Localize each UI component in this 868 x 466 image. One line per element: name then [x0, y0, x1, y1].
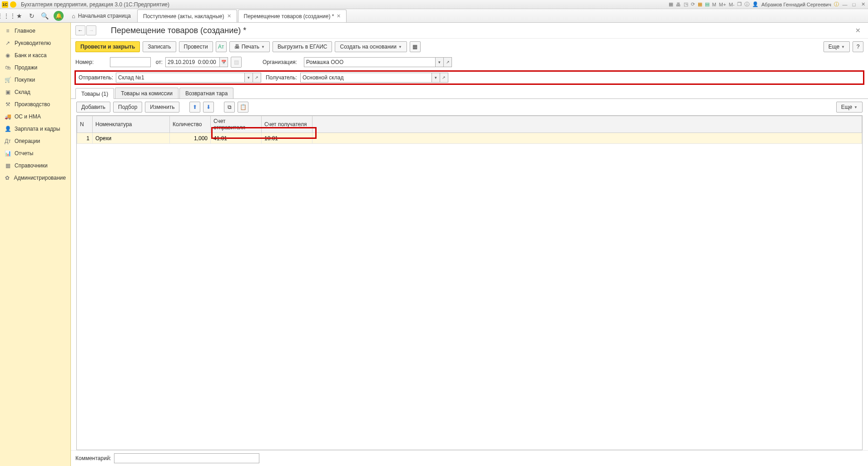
sidebar-item-operations[interactable]: ДтОперации	[0, 135, 70, 147]
goods-table: N Номенклатура Количество Счет отправите…	[77, 116, 862, 144]
close-button[interactable]: ✕	[860, 1, 866, 7]
maximize-button[interactable]: □	[851, 2, 857, 7]
apps-icon[interactable]: ⋮⋮⋮	[0, 10, 13, 22]
calc-icon[interactable]: ▤	[705, 1, 709, 7]
tool-icon[interactable]: ⟳	[691, 1, 695, 7]
minimize-button[interactable]: —	[842, 2, 848, 7]
number-input[interactable]	[110, 57, 151, 67]
star-icon[interactable]: ★	[13, 10, 25, 22]
sidebar-item-admin[interactable]: ✿Администрирование	[0, 172, 70, 184]
mem-mplus[interactable]: M+	[719, 2, 726, 7]
open-icon[interactable]: ↗	[444, 57, 452, 67]
mem-m[interactable]: M	[712, 2, 716, 7]
sidebar-item-bank[interactable]: ◉Банк и касса	[0, 49, 70, 61]
back-button[interactable]: ←	[75, 25, 85, 35]
create-based-button[interactable]: Создать на основании▼	[335, 41, 407, 52]
add-button[interactable]: Добавить	[76, 102, 110, 113]
tab-transfer[interactable]: Перемещение товаров (создание) * ✕	[238, 10, 347, 22]
receiver-input[interactable]	[300, 73, 432, 83]
mem-mminus[interactable]: M-	[729, 2, 734, 7]
open-icon[interactable]: ↗	[253, 73, 261, 83]
sidebar-item-warehouse[interactable]: ▣Склад	[0, 86, 70, 98]
tab-home[interactable]: ⌂ Начальная страница	[66, 10, 136, 22]
cell-acc-recv[interactable]: 10.01	[262, 133, 312, 144]
help-button[interactable]: ?	[853, 41, 863, 52]
post-and-close-button[interactable]: Провести и закрыть	[75, 41, 140, 52]
info-icon[interactable]: ⓘ	[744, 1, 749, 8]
col-n[interactable]: N	[77, 116, 93, 133]
change-button[interactable]: Изменить	[145, 102, 179, 113]
close-icon[interactable]: ✕	[337, 13, 341, 19]
paste-button[interactable]: 📋	[238, 102, 248, 113]
truck-icon: 🚚	[5, 113, 11, 120]
post-button[interactable]: Провести	[179, 41, 213, 52]
cell-acc-send[interactable]: 41.01	[211, 133, 262, 144]
forward-button[interactable]: →	[86, 25, 96, 35]
col-empty	[312, 116, 862, 133]
doctab-tara[interactable]: Возвратная тара	[179, 88, 234, 98]
move-down-button[interactable]: ⬇	[203, 102, 214, 113]
sidebar-item-production[interactable]: ⚒Производство	[0, 98, 70, 110]
sidebar-item-manager[interactable]: ↗Руководителю	[0, 37, 70, 49]
sidebar-item-assets[interactable]: 🚚ОС и НМА	[0, 110, 70, 123]
calendar-icon[interactable]: ▦	[698, 1, 702, 7]
sidebar-item-salary[interactable]: 👤Зарплата и кадры	[0, 123, 70, 135]
sidebar-item-sales[interactable]: 🛍Продажи	[0, 61, 70, 74]
dropdown-icon[interactable]: ▾	[436, 57, 444, 67]
move-up-button[interactable]: ⬆	[189, 102, 200, 113]
pick-button[interactable]: Подбор	[113, 102, 142, 113]
search-icon[interactable]: 🔍	[38, 10, 51, 22]
cell-n[interactable]: 1	[77, 133, 93, 144]
col-qty[interactable]: Количество	[170, 116, 211, 133]
calendar-icon[interactable]: 📅	[220, 57, 228, 67]
menu-icon: ≡	[5, 28, 11, 34]
org-input[interactable]	[304, 57, 436, 67]
doctab-commission[interactable]: Товары на комиссии	[115, 88, 179, 98]
bell-icon[interactable]: 🔔	[54, 11, 64, 21]
toolbar-icon[interactable]: ▦	[669, 1, 673, 7]
more-button[interactable]: Еще▼	[823, 41, 850, 52]
dtkt-button[interactable]: Ат	[216, 41, 227, 52]
window-icon[interactable]: ❐	[737, 1, 742, 7]
doctab-goods[interactable]: Товары (1)	[75, 88, 114, 99]
sender-receiver-row: Отправитель: ▾ ↗ Получатель: ▾ ↗	[74, 70, 864, 85]
window-title: Бухгалтерия предприятия, редакция 3.0 (1…	[21, 1, 169, 8]
print-button[interactable]: 🖶Печать▼	[229, 41, 270, 52]
comment-input[interactable]	[114, 453, 259, 463]
print-icon[interactable]: 🖶	[676, 2, 681, 7]
close-icon[interactable]: ✕	[227, 13, 231, 19]
disabled-icon: ▤	[231, 57, 242, 68]
sidebar-item-label: Справочники	[15, 162, 48, 169]
history-icon[interactable]: ↻	[25, 10, 38, 22]
dropdown-icon[interactable]: ▾	[432, 73, 440, 83]
col-nomen[interactable]: Номенклатура	[93, 116, 170, 133]
close-page-button[interactable]: ✕	[853, 27, 863, 34]
struct-button[interactable]: ▦	[410, 41, 421, 52]
egais-button[interactable]: Выгрузить в ЕГАИС	[273, 41, 332, 52]
bag-icon: 🛍	[5, 64, 11, 71]
table-row[interactable]: 1 Орехи 1,000 41.01 10.01	[77, 133, 862, 144]
col-acc-send[interactable]: Счет отправителя	[211, 116, 262, 133]
sidebar-item-reports[interactable]: 📊Отчеты	[0, 147, 70, 159]
info2-icon[interactable]: ⓘ	[834, 1, 839, 8]
sidebar-item-purchases[interactable]: 🛒Покупки	[0, 74, 70, 86]
date-input[interactable]	[165, 57, 220, 67]
form-row-1: Номер: от: 📅 ▤ Организация: ▾ ↗	[71, 55, 868, 69]
sender-input[interactable]	[116, 73, 245, 83]
cell-nomen[interactable]: Орехи	[93, 133, 170, 144]
copy-button[interactable]: ⧉	[224, 102, 235, 113]
col-acc-recv[interactable]: Счет получателя	[262, 116, 312, 133]
sender-label: Отправитель:	[79, 74, 113, 81]
sidebar-item-catalogs[interactable]: ▦Справочники	[0, 159, 70, 172]
table-more-button[interactable]: Еще▼	[836, 102, 863, 113]
sidebar-item-main[interactable]: ≡Главное	[0, 25, 70, 37]
dropdown-icon[interactable]: ▾	[245, 73, 253, 83]
open-icon[interactable]: ↗	[440, 73, 448, 83]
bank-icon: ◉	[5, 52, 11, 59]
tab-receipts[interactable]: Поступление (акты, накладные) ✕	[137, 10, 237, 22]
user-name[interactable]: Абрамов Геннадий Сергеевич	[761, 2, 831, 7]
cell-qty[interactable]: 1,000	[170, 133, 211, 144]
write-button[interactable]: Записать	[143, 41, 176, 52]
tool-icon[interactable]: ◳	[684, 1, 688, 7]
chart-icon: 📊	[5, 150, 11, 157]
